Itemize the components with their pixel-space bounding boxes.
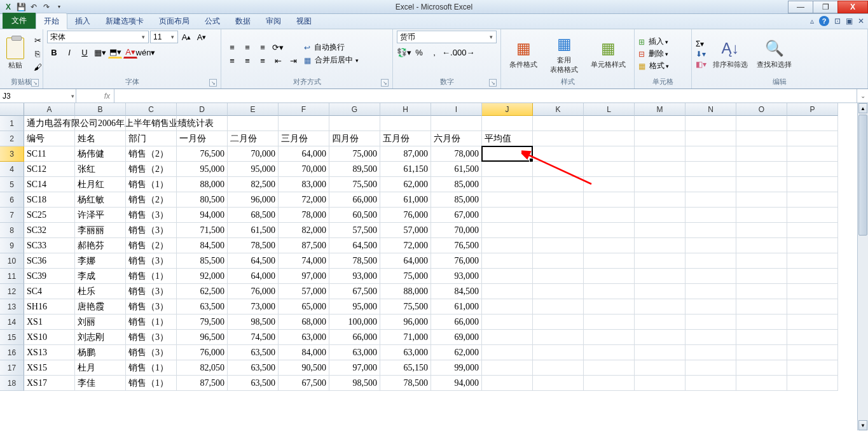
- cell[interactable]: 五月份: [380, 131, 431, 146]
- expand-formula-bar-icon[interactable]: ⌄: [857, 89, 868, 102]
- scroll-thumb[interactable]: [858, 115, 867, 236]
- cell[interactable]: [736, 330, 787, 345]
- cell[interactable]: [736, 177, 787, 192]
- cell[interactable]: [787, 360, 838, 376]
- clear-button[interactable]: ◧▾: [696, 60, 706, 69]
- cell[interactable]: 61,500: [431, 162, 482, 177]
- cell[interactable]: [584, 192, 635, 208]
- cell[interactable]: 87,500: [279, 238, 329, 253]
- column-header[interactable]: O: [736, 103, 787, 116]
- find-select-button[interactable]: 🔍查找和选择: [754, 37, 794, 71]
- cell[interactable]: 76,000: [228, 284, 279, 299]
- column-header[interactable]: M: [635, 103, 685, 116]
- cell[interactable]: [533, 299, 584, 314]
- cell[interactable]: 78,500: [329, 253, 380, 269]
- font-name-combo[interactable]: 宋体▾: [47, 31, 149, 43]
- cell[interactable]: 76,000: [177, 345, 228, 360]
- cell[interactable]: [533, 360, 584, 376]
- cell[interactable]: 二月份: [228, 131, 279, 146]
- cell[interactable]: 84,500: [431, 284, 482, 299]
- cell[interactable]: 64,000: [228, 269, 279, 284]
- tab-formula[interactable]: 公式: [197, 13, 228, 29]
- row-header[interactable]: 14: [0, 314, 24, 330]
- cell[interactable]: 85,000: [431, 192, 482, 208]
- cell[interactable]: 75,000: [329, 146, 380, 162]
- cell[interactable]: [584, 360, 635, 376]
- cell[interactable]: [736, 208, 787, 223]
- align-center-icon[interactable]: ≡: [240, 54, 254, 67]
- cell[interactable]: 销售（3）: [126, 299, 177, 314]
- cell[interactable]: [635, 314, 685, 330]
- comma-icon[interactable]: ,: [427, 46, 441, 59]
- autosum-button[interactable]: Σ▾: [696, 39, 706, 48]
- cell[interactable]: [787, 162, 838, 177]
- cell[interactable]: [736, 238, 787, 253]
- cell[interactable]: [736, 131, 787, 146]
- cell[interactable]: 销售（3）: [126, 253, 177, 269]
- fill-button[interactable]: ⬇▾: [696, 50, 706, 59]
- cell[interactable]: 刘丽: [75, 314, 126, 330]
- cell[interactable]: XS15: [24, 360, 75, 376]
- cell[interactable]: [279, 116, 329, 131]
- cell[interactable]: [787, 192, 838, 208]
- cell[interactable]: [482, 360, 533, 376]
- cell[interactable]: 64,500: [228, 253, 279, 269]
- clipboard-launcher-icon[interactable]: ↘: [31, 79, 39, 87]
- cell[interactable]: 82,050: [177, 360, 228, 376]
- cell[interactable]: 李丽丽: [75, 223, 126, 238]
- cell[interactable]: 73,000: [228, 299, 279, 314]
- cell[interactable]: [482, 238, 533, 253]
- cell[interactable]: 张红: [75, 162, 126, 177]
- cell[interactable]: 95,000: [228, 162, 279, 177]
- cell[interactable]: 63,000: [380, 345, 431, 360]
- namebox-dropdown-icon[interactable]: ▾: [71, 93, 74, 99]
- cell[interactable]: 66,000: [431, 314, 482, 330]
- column-header[interactable]: F: [279, 103, 329, 116]
- cell[interactable]: [635, 146, 685, 162]
- cell[interactable]: [736, 162, 787, 177]
- row-header[interactable]: 12: [0, 284, 24, 299]
- cell[interactable]: [787, 177, 838, 192]
- cell[interactable]: [482, 299, 533, 314]
- cell[interactable]: 74,000: [279, 253, 329, 269]
- minimize-ribbon-icon[interactable]: ▵: [810, 17, 814, 25]
- cell[interactable]: 通力电器有限公司2006年上半年销售业绩统计表: [24, 116, 75, 131]
- cell[interactable]: 销售（2）: [126, 146, 177, 162]
- copy-icon[interactable]: ⎘: [31, 48, 45, 60]
- merge-button[interactable]: ▦合并后居中▾: [304, 55, 359, 66]
- cell[interactable]: 61,000: [431, 299, 482, 314]
- fill-color-button[interactable]: ⬒▾: [108, 46, 122, 59]
- cell[interactable]: 杜月: [75, 360, 126, 376]
- cell[interactable]: 75,500: [380, 299, 431, 314]
- cell[interactable]: [685, 116, 736, 131]
- cell[interactable]: [380, 116, 431, 131]
- cell[interactable]: 95,000: [177, 162, 228, 177]
- cell[interactable]: 60,500: [329, 208, 380, 223]
- cell[interactable]: 69,000: [431, 330, 482, 345]
- cell[interactable]: 销售（1）: [126, 269, 177, 284]
- cell[interactable]: [787, 269, 838, 284]
- column-header[interactable]: C: [126, 103, 177, 116]
- cell[interactable]: 销售（2）: [126, 192, 177, 208]
- column-header[interactable]: L: [584, 103, 635, 116]
- cell[interactable]: [228, 116, 279, 131]
- cell[interactable]: [685, 284, 736, 299]
- row-header[interactable]: 18: [0, 376, 24, 391]
- phonetic-button[interactable]: wén▾: [139, 46, 153, 59]
- italic-button[interactable]: I: [62, 46, 76, 59]
- row-header[interactable]: 16: [0, 345, 24, 360]
- cell-styles-button[interactable]: ▦单元格样式: [588, 37, 628, 71]
- cell[interactable]: SC32: [24, 223, 75, 238]
- row-header[interactable]: 13: [0, 299, 24, 314]
- row-header[interactable]: 5: [0, 177, 24, 192]
- qat-dropdown-icon[interactable]: ▾: [53, 1, 65, 13]
- cell[interactable]: 三月份: [279, 131, 329, 146]
- table-format-button[interactable]: ▦套用 表格格式: [548, 32, 581, 76]
- tab-file[interactable]: 文件: [3, 13, 36, 29]
- cell[interactable]: 62,000: [380, 177, 431, 192]
- name-box[interactable]: J3▾: [0, 89, 76, 102]
- cell[interactable]: [635, 376, 685, 391]
- delete-button[interactable]: ⊟删除▾: [638, 48, 669, 59]
- close-button[interactable]: X: [837, 1, 868, 13]
- cell[interactable]: 80,500: [177, 192, 228, 208]
